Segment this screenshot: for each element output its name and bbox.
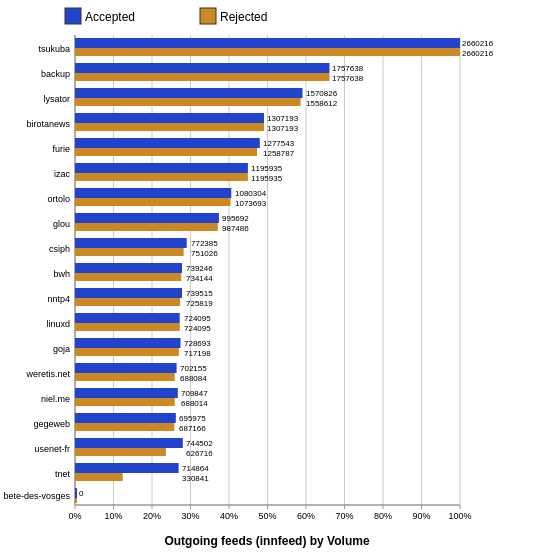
- svg-text:695975: 695975: [179, 414, 206, 423]
- svg-text:Outgoing feeds (innfeed) by Vo: Outgoing feeds (innfeed) by Volume: [164, 534, 369, 548]
- bar-accepted: [75, 88, 303, 98]
- svg-text:1073693: 1073693: [235, 199, 267, 208]
- bar-accepted: [75, 488, 77, 498]
- svg-text:2660216: 2660216: [462, 49, 494, 58]
- svg-text:987486: 987486: [222, 224, 249, 233]
- svg-text:70%: 70%: [335, 511, 353, 521]
- chart-wrapper: Accepted Rejected 2660216 2660216 175763…: [0, 0, 550, 555]
- svg-text:739246: 739246: [186, 264, 213, 273]
- svg-text:1277543: 1277543: [263, 139, 295, 148]
- bar-rejected: [75, 173, 248, 181]
- svg-text:1757638: 1757638: [332, 64, 364, 73]
- bar-accepted: [75, 113, 264, 123]
- svg-text:1570826: 1570826: [306, 89, 338, 98]
- bar-accepted: [75, 163, 248, 173]
- bar-accepted: [75, 438, 183, 448]
- bar-accepted: [75, 63, 330, 73]
- svg-text:80%: 80%: [374, 511, 392, 521]
- bar-rejected: [75, 398, 175, 406]
- svg-text:0%: 0%: [68, 511, 81, 521]
- bar-rejected: [75, 98, 301, 106]
- svg-text:702155: 702155: [180, 364, 207, 373]
- bar-rejected: [75, 273, 181, 281]
- svg-text:714864: 714864: [182, 464, 209, 473]
- svg-text:751026: 751026: [191, 249, 218, 258]
- bar-accepted: [75, 463, 179, 473]
- svg-text:bwh: bwh: [53, 269, 70, 279]
- bar-rejected: [75, 198, 231, 206]
- svg-text:1080304: 1080304: [235, 189, 267, 198]
- svg-text:tnet: tnet: [55, 469, 71, 479]
- svg-text:744502: 744502: [186, 439, 213, 448]
- bar-rejected: [75, 298, 180, 306]
- bar-rejected: [75, 123, 264, 131]
- bar-accepted: [75, 38, 460, 48]
- svg-text:60%: 60%: [297, 511, 315, 521]
- svg-text:330841: 330841: [182, 474, 209, 483]
- svg-text:688084: 688084: [180, 374, 207, 383]
- svg-text:birotanews: birotanews: [26, 119, 70, 129]
- bar-accepted: [75, 338, 181, 348]
- svg-text:10%: 10%: [104, 511, 122, 521]
- svg-text:724095: 724095: [184, 324, 211, 333]
- svg-text:20%: 20%: [143, 511, 161, 521]
- bar-accepted: [75, 388, 178, 398]
- svg-text:30%: 30%: [181, 511, 199, 521]
- svg-text:100%: 100%: [448, 511, 471, 521]
- bar-rejected: [75, 48, 460, 56]
- bar-rejected: [75, 73, 330, 81]
- svg-text:734144: 734144: [186, 274, 213, 283]
- svg-text:usenet-fr: usenet-fr: [34, 444, 70, 454]
- svg-text:1307193: 1307193: [267, 124, 299, 133]
- bar-accepted: [75, 188, 231, 198]
- bar-accepted: [75, 288, 182, 298]
- main-chart: Accepted Rejected 2660216 2660216 175763…: [0, 0, 550, 555]
- svg-text:tsukuba: tsukuba: [38, 44, 70, 54]
- bar-rejected: [75, 423, 174, 431]
- svg-text:995692: 995692: [222, 214, 249, 223]
- svg-text:1757638: 1757638: [332, 74, 364, 83]
- bar-rejected: [75, 373, 175, 381]
- bar-rejected: [75, 448, 166, 456]
- svg-text:niel.me: niel.me: [41, 394, 70, 404]
- svg-text:626716: 626716: [186, 449, 213, 458]
- svg-text:717198: 717198: [184, 349, 211, 358]
- svg-text:nntp4: nntp4: [47, 294, 70, 304]
- bar-rejected: [75, 248, 184, 256]
- svg-text:40%: 40%: [220, 511, 238, 521]
- bar-accepted: [75, 363, 177, 373]
- bar-rejected: [75, 498, 77, 503]
- svg-text:2660216: 2660216: [462, 39, 494, 48]
- svg-text:50%: 50%: [258, 511, 276, 521]
- bar-accepted: [75, 138, 260, 148]
- svg-text:csiph: csiph: [49, 244, 70, 254]
- bar-rejected: [75, 223, 218, 231]
- svg-text:709847: 709847: [181, 389, 208, 398]
- svg-text:glou: glou: [53, 219, 70, 229]
- svg-text:772385: 772385: [191, 239, 218, 248]
- svg-text:furie: furie: [52, 144, 70, 154]
- svg-text:724095: 724095: [184, 314, 211, 323]
- svg-text:687166: 687166: [179, 424, 206, 433]
- svg-text:1307193: 1307193: [267, 114, 299, 123]
- svg-text:bete-des-vosges: bete-des-vosges: [3, 491, 70, 501]
- svg-text:Accepted: Accepted: [85, 10, 135, 24]
- svg-text:1558612: 1558612: [306, 99, 338, 108]
- svg-text:lysator: lysator: [43, 94, 70, 104]
- bar-rejected: [75, 148, 257, 156]
- bar-rejected: [75, 473, 123, 481]
- svg-text:728693: 728693: [184, 339, 211, 348]
- svg-text:Rejected: Rejected: [220, 10, 267, 24]
- svg-text:725819: 725819: [186, 299, 213, 308]
- bar-accepted: [75, 263, 182, 273]
- svg-text:688014: 688014: [181, 399, 208, 408]
- bar-accepted: [75, 238, 187, 248]
- bar-rejected: [75, 348, 179, 356]
- bar-accepted: [75, 413, 176, 423]
- svg-text:linuxd: linuxd: [46, 319, 70, 329]
- svg-text:90%: 90%: [412, 511, 430, 521]
- svg-text:1195935: 1195935: [251, 174, 283, 183]
- svg-rect-0: [65, 8, 81, 24]
- svg-text:goja: goja: [53, 344, 70, 354]
- svg-text:0: 0: [79, 489, 84, 498]
